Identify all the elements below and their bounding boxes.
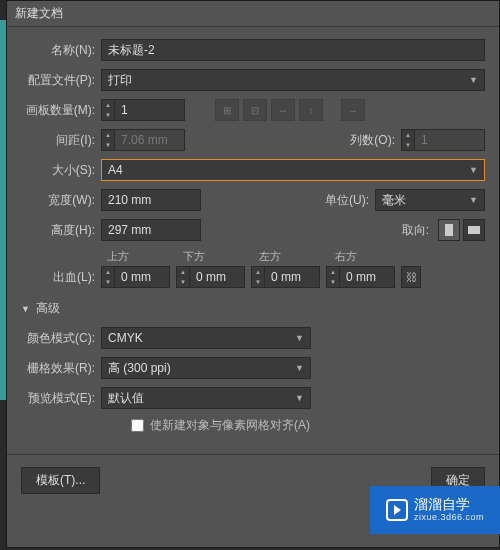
align-pixel-grid-label: 使新建对象与像素网格对齐(A) <box>150 417 310 434</box>
name-input[interactable] <box>101 39 485 61</box>
chevron-down-icon: ▼ <box>295 363 304 373</box>
units-select[interactable]: 毫米 ▼ <box>375 189 485 211</box>
spacing-label: 间距(I): <box>21 132 101 149</box>
landscape-icon <box>468 226 480 234</box>
step-down-icon: ▼ <box>102 140 114 150</box>
step-down-icon[interactable]: ▼ <box>102 110 114 120</box>
artboards-label: 画板数量(M): <box>21 102 101 119</box>
artboards-stepper[interactable]: ▲▼ <box>101 99 185 121</box>
arrange-grid-col-icon[interactable]: ⊟ <box>243 99 267 121</box>
app-edge <box>0 20 6 400</box>
watermark-brand: 溜溜自学 <box>414 497 484 512</box>
size-select[interactable]: A4 ▼ <box>101 159 485 181</box>
size-value: A4 <box>108 163 123 177</box>
play-icon <box>386 499 408 521</box>
step-down-icon: ▼ <box>402 140 414 150</box>
bleed-right-stepper[interactable]: ▲▼ <box>326 266 395 288</box>
bleed-right-input[interactable] <box>340 266 395 288</box>
chevron-down-icon: ▼ <box>295 393 304 403</box>
bleed-left-stepper[interactable]: ▲▼ <box>251 266 320 288</box>
template-button[interactable]: 模板(T)... <box>21 467 100 494</box>
bleed-top-stepper[interactable]: ▲▼ <box>101 266 170 288</box>
arrange-icons: ⊞ ⊟ ↔ ↕ → <box>215 99 365 121</box>
orient-landscape-button[interactable] <box>463 219 485 241</box>
dialog-content: 名称(N): 配置文件(P): 打印 ▼ 画板数量(M): ▲▼ ⊞ ⊟ ↔ ↕… <box>7 27 499 446</box>
disclosure-triangle-icon: ▼ <box>21 304 30 314</box>
profile-value: 打印 <box>108 72 132 89</box>
bleed-bottom-stepper[interactable]: ▲▼ <box>176 266 245 288</box>
chevron-down-icon: ▼ <box>469 195 478 205</box>
bleed-left-input[interactable] <box>265 266 320 288</box>
preview-value: 默认值 <box>108 390 144 407</box>
advanced-header[interactable]: ▼ 高级 <box>21 300 485 317</box>
width-input[interactable] <box>101 189 201 211</box>
portrait-icon <box>445 224 453 236</box>
profile-select[interactable]: 打印 ▼ <box>101 69 485 91</box>
artboards-input[interactable] <box>115 99 185 121</box>
bleed-right-label: 右方 <box>335 249 411 264</box>
chevron-down-icon: ▼ <box>469 75 478 85</box>
bleed-top-label: 上方 <box>107 249 183 264</box>
name-label: 名称(N): <box>21 42 101 59</box>
columns-input <box>415 129 485 151</box>
color-mode-select[interactable]: CMYK ▼ <box>101 327 311 349</box>
height-input[interactable] <box>101 219 201 241</box>
color-mode-label: 颜色模式(C): <box>21 330 101 347</box>
step-up-icon: ▲ <box>402 130 414 140</box>
units-label: 单位(U): <box>325 192 375 209</box>
arrange-col-icon[interactable]: ↕ <box>299 99 323 121</box>
step-up-icon: ▲ <box>102 130 114 140</box>
link-bleed-button[interactable]: ⛓ <box>401 266 421 288</box>
arrange-row-icon[interactable]: ↔ <box>271 99 295 121</box>
bleed-bottom-input[interactable] <box>190 266 245 288</box>
raster-value: 高 (300 ppi) <box>108 360 171 377</box>
orient-label: 取向: <box>402 222 435 239</box>
spacing-stepper: ▲▼ <box>101 129 185 151</box>
bleed-top-input[interactable] <box>115 266 170 288</box>
profile-label: 配置文件(P): <box>21 72 101 89</box>
color-mode-value: CMYK <box>108 331 143 345</box>
width-label: 宽度(W): <box>21 192 101 209</box>
height-label: 高度(H): <box>21 222 101 239</box>
bleed-label: 出血(L): <box>21 269 101 286</box>
orient-portrait-button[interactable] <box>438 219 460 241</box>
bleed-headers: 上方 下方 左方 右方 <box>107 249 485 264</box>
size-label: 大小(S): <box>21 162 101 179</box>
bleed-left-label: 左方 <box>259 249 335 264</box>
bleed-bottom-label: 下方 <box>183 249 259 264</box>
raster-select[interactable]: 高 (300 ppi) ▼ <box>101 357 311 379</box>
watermark: 溜溜自学 zixue.3d66.com <box>370 486 500 534</box>
columns-stepper: ▲▼ <box>401 129 485 151</box>
spacing-input <box>115 129 185 151</box>
columns-label: 列数(O): <box>350 132 401 149</box>
step-up-icon[interactable]: ▲ <box>102 100 114 110</box>
dialog-title: 新建文档 <box>7 1 499 27</box>
arrange-grid-row-icon[interactable]: ⊞ <box>215 99 239 121</box>
watermark-url: zixue.3d66.com <box>414 513 484 523</box>
preview-select[interactable]: 默认值 ▼ <box>101 387 311 409</box>
chevron-down-icon: ▼ <box>295 333 304 343</box>
raster-label: 栅格效果(R): <box>21 360 101 377</box>
preview-label: 预览模式(E): <box>21 390 101 407</box>
chevron-down-icon: ▼ <box>469 165 478 175</box>
arrange-rtl-icon[interactable]: → <box>341 99 365 121</box>
align-pixel-grid-checkbox[interactable] <box>131 419 144 432</box>
new-document-dialog: 新建文档 名称(N): 配置文件(P): 打印 ▼ 画板数量(M): ▲▼ ⊞ … <box>6 0 500 548</box>
units-value: 毫米 <box>382 192 406 209</box>
advanced-label: 高级 <box>36 300 60 317</box>
